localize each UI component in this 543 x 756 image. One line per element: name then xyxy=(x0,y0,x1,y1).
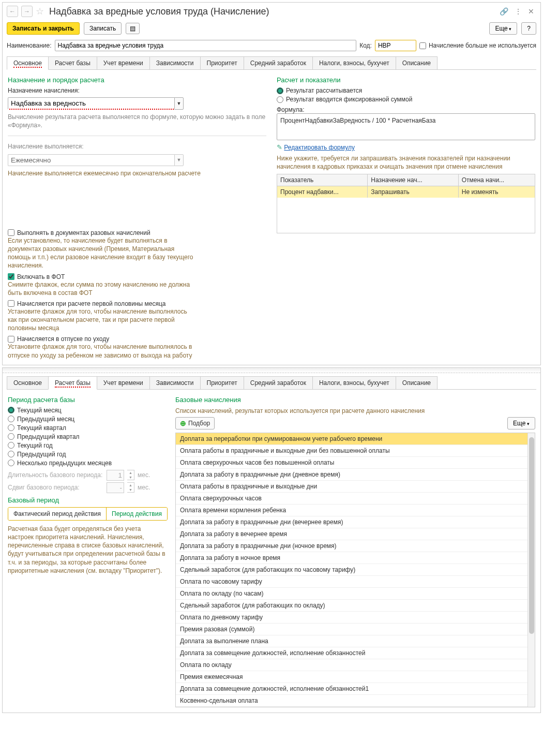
tab-priority2[interactable]: Приоритет xyxy=(200,376,244,389)
tab-base2[interactable]: Расчет базы xyxy=(48,376,97,390)
more-button[interactable]: Еще xyxy=(489,22,517,35)
tab-priority[interactable]: Приоритет xyxy=(200,56,244,69)
list-item[interactable]: Оплата работы в праздничные и выходные д… xyxy=(176,481,535,493)
base-period-title: Базовый период xyxy=(8,496,168,504)
tab-base[interactable]: Расчет базы xyxy=(48,56,97,69)
code-input[interactable] xyxy=(375,40,416,51)
save-button[interactable]: Записать xyxy=(84,22,122,35)
list-item[interactable]: Косвенно-сдельная оплата xyxy=(176,695,535,707)
list-item[interactable]: Доплата за переработки при суммированном… xyxy=(176,433,535,445)
leave-hint: Установите флажок для того, чтобы начисл… xyxy=(8,343,194,359)
tab-tax2[interactable]: Налоги, взносы, бухучет xyxy=(312,376,396,389)
list-item[interactable]: Оплата времени кормления ребенка xyxy=(176,505,535,516)
radio-calculated[interactable]: Результат рассчитывается xyxy=(277,87,535,94)
list-item[interactable]: Доплата за работу в праздничные дни (ноч… xyxy=(176,540,535,552)
favorite-icon[interactable]: ☆ xyxy=(36,6,44,17)
once-checkbox[interactable]: Выполнять в документах разовых начислени… xyxy=(8,229,266,236)
period-title: Период расчета базы xyxy=(8,396,168,404)
help-button[interactable]: ? xyxy=(521,22,536,35)
save-close-button[interactable]: Записать и закрыть xyxy=(7,22,80,35)
chevron-down-icon: ▼ xyxy=(174,154,184,166)
toolbar: Записать и закрыть Записать ▤ Еще ? xyxy=(3,20,540,39)
radio-period-4[interactable]: Текущий год xyxy=(8,442,168,449)
radio-fixed[interactable]: Результат вводится фиксированной суммой xyxy=(277,96,535,103)
base-list-title: Базовые начисления xyxy=(175,396,535,404)
tab-deps2[interactable]: Зависимости xyxy=(149,376,201,389)
list-item[interactable]: Оплата по часовому тарифу xyxy=(176,576,535,588)
chevron-down-icon[interactable]: ▼ xyxy=(174,97,184,110)
report-button[interactable]: ▤ xyxy=(126,23,140,34)
assignment-label: Назначение начисления: xyxy=(8,87,266,94)
list-item[interactable]: Доплата за совмещение должностей, исполн… xyxy=(176,683,535,695)
pick-button[interactable]: ⊕Подбор xyxy=(175,417,215,429)
th-cancel: Отмена начи... xyxy=(459,174,535,186)
calc-hint: Ниже укажите, требуется ли запрашивать з… xyxy=(277,154,535,171)
scrollbar[interactable] xyxy=(527,433,535,707)
formula-box[interactable]: ПроцентНадбавкиЗаВредность / 100 * Расче… xyxy=(277,113,535,140)
assignment-hint: Вычисление результата расчета выполняетс… xyxy=(8,113,266,129)
radio-period-5[interactable]: Предыдущий год xyxy=(8,451,168,458)
list-item[interactable]: Доплата за работу в праздничные дни (веч… xyxy=(176,516,535,528)
leave-checkbox[interactable]: Начисляется в отпуске по уходу xyxy=(8,335,266,343)
plus-icon: ⊕ xyxy=(180,419,186,427)
left-column: Назначение и порядок расчета Назначение … xyxy=(8,75,266,360)
list-item[interactable]: Сдельный заработок (для работающих по ок… xyxy=(176,600,535,612)
close-icon[interactable]: ✕ xyxy=(526,6,536,17)
tab-avg2[interactable]: Средний заработок xyxy=(244,376,313,389)
list-item[interactable]: Доплата за работу в вечернее время xyxy=(176,528,535,540)
fot-checkbox[interactable]: Включать в ФОТ xyxy=(8,273,266,280)
radio-period-3[interactable]: Предыдущий квартал xyxy=(8,433,168,440)
base-period-toggle[interactable]: Фактический период действия Период дейст… xyxy=(8,507,168,521)
radio-period-6[interactable]: Несколько предыдущих месяцев xyxy=(8,459,168,467)
list-item[interactable]: Премия разовая (суммой) xyxy=(176,624,535,635)
tab-main[interactable]: Основное xyxy=(7,56,49,70)
tab-desc2[interactable]: Описание xyxy=(396,376,438,389)
half-checkbox[interactable]: Начисляется при расчете первой половины … xyxy=(8,300,266,307)
radio-period-2[interactable]: Текущий квартал xyxy=(8,424,168,432)
tab-deps[interactable]: Зависимости xyxy=(149,56,201,69)
tab-avg[interactable]: Средний заработок xyxy=(244,56,313,69)
list-item[interactable]: Доплата за выполнение плана xyxy=(176,635,535,647)
kebab-icon[interactable]: ⋮ xyxy=(512,6,524,17)
list-item[interactable]: Сдельный заработок (для работающих по ча… xyxy=(176,564,535,576)
list-item[interactable]: Оплата сверхурочных часов без повышенной… xyxy=(176,457,535,469)
once-hint: Если установлено, то начисление будет вы… xyxy=(8,236,194,270)
section-calc: Расчет и показатели xyxy=(277,76,535,84)
tab-time2[interactable]: Учет времени xyxy=(97,376,150,389)
assignment-select[interactable]: ▼ xyxy=(8,97,184,110)
link-icon[interactable]: 🔗 xyxy=(497,6,510,17)
tabs-main: Основное Расчет базы Учет времени Зависи… xyxy=(7,56,536,70)
name-input[interactable] xyxy=(55,40,357,51)
base-left-column: Период расчета базы Текущий месяц Предыд… xyxy=(8,395,168,707)
bp-actual[interactable]: Фактический период действия xyxy=(8,508,107,520)
th-indicator: Показатель xyxy=(277,174,368,186)
list-item[interactable]: Оплата работы в праздничные и выходные д… xyxy=(176,445,535,457)
bp-period[interactable]: Период действия xyxy=(107,508,167,520)
list-item[interactable]: Доплата за работу в ночное время xyxy=(176,552,535,564)
list-item[interactable]: Доплата за совмещение должностей, исполн… xyxy=(176,647,535,659)
pencil-icon: ✎ xyxy=(277,143,282,151)
edit-formula-link[interactable]: Редактировать формулу xyxy=(284,144,355,151)
base-list[interactable]: Доплата за переработки при суммированном… xyxy=(175,433,535,707)
list-item[interactable]: Премия ежемесячная xyxy=(176,671,535,683)
list-item[interactable]: Оплата по окладу (по часам) xyxy=(176,588,535,600)
table-row[interactable]: Процент надбавки... Запрашивать Не измен… xyxy=(277,186,535,198)
nav-forward[interactable]: → xyxy=(21,6,33,17)
list-item[interactable]: Оплата по дневному тарифу xyxy=(176,612,535,624)
list-more-button[interactable]: Еще xyxy=(507,417,535,429)
tab-time[interactable]: Учет времени xyxy=(97,56,150,69)
torn-edge xyxy=(3,368,540,373)
tab-main2[interactable]: Основное xyxy=(7,376,49,389)
shift-spinner: Сдвиг базового периода: ▲▼ мес. xyxy=(8,482,168,493)
tab-desc[interactable]: Описание xyxy=(396,56,438,69)
window-frame-1: ← → ☆ Надбавка за вредные условия труда … xyxy=(2,2,541,365)
radio-period-1[interactable]: Предыдущий месяц xyxy=(8,416,168,423)
tab-tax[interactable]: Налоги, взносы, бухучет xyxy=(312,56,396,69)
list-item[interactable]: Оплата сверхурочных часов xyxy=(176,493,535,505)
nav-back[interactable]: ← xyxy=(7,6,18,17)
radio-period-0[interactable]: Текущий месяц xyxy=(8,407,168,414)
list-item[interactable]: Оплата по окладу xyxy=(176,659,535,671)
not-used-checkbox[interactable]: Начисление больше не используется xyxy=(419,42,536,49)
base-right-column: Базовые начисления Список начислений, ре… xyxy=(175,395,535,707)
list-item[interactable]: Доплата за работу в праздничные дни (дне… xyxy=(176,469,535,481)
